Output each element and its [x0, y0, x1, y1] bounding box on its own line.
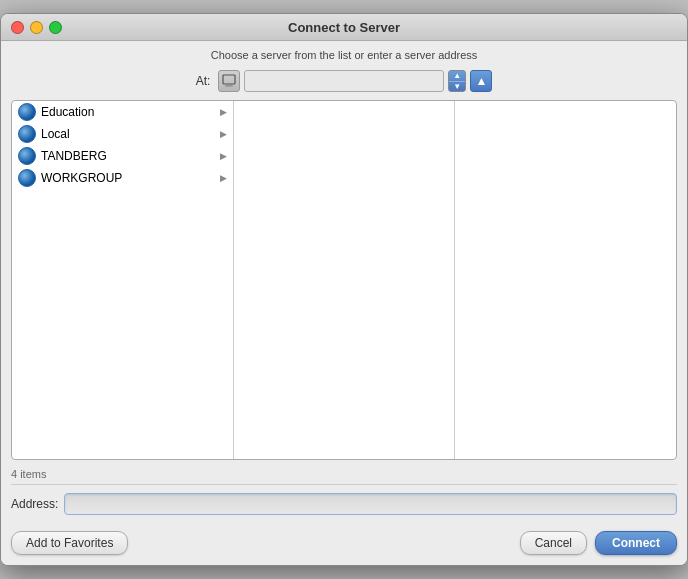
minimize-button[interactable] [30, 21, 43, 34]
maximize-button[interactable] [49, 21, 62, 34]
svg-rect-0 [223, 75, 235, 84]
arrow-icon: ▶ [220, 129, 227, 139]
list-item[interactable]: Education ▶ [12, 101, 233, 123]
at-input[interactable] [244, 70, 444, 92]
arrow-icon: ▶ [220, 107, 227, 117]
svg-rect-2 [225, 86, 233, 87]
browser-area: Education ▶ Local ▶ TANDBERG ▶ WORKGROUP… [11, 100, 677, 460]
monitor-icon [222, 74, 236, 88]
detail-column-2 [234, 101, 456, 459]
svg-rect-1 [226, 84, 232, 86]
browse-button[interactable]: ▲ [470, 70, 492, 92]
at-row: At: ▲ ▼ ▲ [1, 66, 687, 100]
close-button[interactable] [11, 21, 24, 34]
connect-to-server-window: Connect to Server Choose a server from t… [0, 13, 688, 566]
at-stepper[interactable]: ▲ ▼ [448, 70, 466, 92]
globe-icon [18, 169, 36, 187]
server-list-column: Education ▶ Local ▶ TANDBERG ▶ WORKGROUP… [12, 101, 234, 459]
action-buttons: Cancel Connect [520, 531, 677, 555]
address-row: Address: [1, 485, 687, 523]
bottom-bar: Add to Favorites Cancel Connect [1, 523, 687, 565]
list-item[interactable]: WORKGROUP ▶ [12, 167, 233, 189]
address-input[interactable] [64, 493, 677, 515]
arrow-icon: ▶ [220, 173, 227, 183]
title-bar: Connect to Server [1, 14, 687, 41]
globe-icon [18, 103, 36, 121]
cancel-button[interactable]: Cancel [520, 531, 587, 555]
list-item[interactable]: Local ▶ [12, 123, 233, 145]
item-label: Local [41, 127, 215, 141]
item-label: WORKGROUP [41, 171, 215, 185]
item-label: Education [41, 105, 215, 119]
detail-column-3 [455, 101, 676, 459]
at-icon [218, 70, 240, 92]
address-label: Address: [11, 497, 58, 511]
at-label: At: [196, 74, 211, 88]
window-controls [11, 21, 62, 34]
globe-icon [18, 125, 36, 143]
item-count: 4 items [1, 460, 687, 484]
connect-button[interactable]: Connect [595, 531, 677, 555]
window-title: Connect to Server [288, 20, 400, 35]
subtitle-text: Choose a server from the list or enter a… [1, 41, 687, 66]
stepper-up-button[interactable]: ▲ [449, 71, 465, 82]
list-item[interactable]: TANDBERG ▶ [12, 145, 233, 167]
stepper-down-button[interactable]: ▼ [449, 82, 465, 92]
globe-icon [18, 147, 36, 165]
item-label: TANDBERG [41, 149, 215, 163]
add-to-favorites-button[interactable]: Add to Favorites [11, 531, 128, 555]
arrow-icon: ▶ [220, 151, 227, 161]
